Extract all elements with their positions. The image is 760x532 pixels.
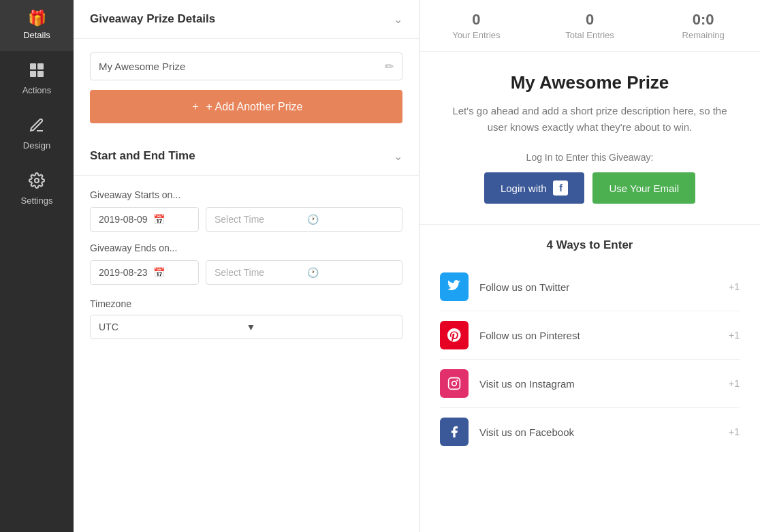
prize-name-input[interactable] xyxy=(99,61,385,72)
pinterest-icon xyxy=(440,321,469,349)
twitter-entry-points: +1 xyxy=(729,281,740,292)
start-date-input[interactable]: 2019-08-09 📅 xyxy=(90,207,199,232)
settings-icon xyxy=(29,172,45,191)
pinterest-entry-points: +1 xyxy=(729,330,740,341)
prize-input-row: ✏ xyxy=(90,52,402,80)
sidebar-item-label: Design xyxy=(23,140,50,151)
svg-rect-0 xyxy=(30,63,36,69)
timezone-chevron-icon: ▼ xyxy=(247,322,394,332)
start-label: Giveaway Starts on... xyxy=(90,189,402,200)
entry-item-facebook[interactable]: Visit us on Facebook +1 xyxy=(440,408,740,456)
your-entries-value: 0 xyxy=(419,11,533,29)
add-prize-label: + Add Another Prize xyxy=(206,101,303,113)
plus-icon: ＋ xyxy=(190,99,201,114)
stat-remaining: 0:0 Remaining xyxy=(646,11,760,40)
facebook-icon: f xyxy=(553,181,568,195)
calendar-icon-end[interactable]: 📅 xyxy=(153,267,165,278)
svg-rect-1 xyxy=(37,63,44,69)
edit-icon[interactable]: ✏ xyxy=(385,60,394,73)
email-login-button[interactable]: Use Your Email xyxy=(592,172,695,204)
svg-rect-3 xyxy=(37,71,44,77)
entry-item-pinterest[interactable]: Follow us on Pinterest +1 xyxy=(440,311,740,360)
email-login-label: Use Your Email xyxy=(609,183,679,194)
add-prize-button[interactable]: ＋ + Add Another Prize xyxy=(90,90,402,123)
sidebar-item-settings[interactable]: Settings xyxy=(0,161,74,217)
svg-point-4 xyxy=(35,178,39,183)
facebook-entry-icon xyxy=(440,418,469,446)
end-date-input[interactable]: 2019-08-23 📅 xyxy=(90,260,199,285)
ways-section: 4 Ways to Enter Follow us on Twitter +1 … xyxy=(419,225,760,469)
end-date-time-row: 2019-08-23 📅 Select Time 🕐 xyxy=(90,260,402,285)
entry-item-twitter[interactable]: Follow us on Twitter +1 xyxy=(440,263,740,311)
facebook-login-label: Login with xyxy=(501,183,547,194)
login-buttons: Login with f Use Your Email xyxy=(447,172,733,204)
stat-your-entries: 0 Your Entries xyxy=(419,11,533,40)
facebook-entry-label: Visit us on Facebook xyxy=(479,426,718,438)
prize-section-header[interactable]: Giveaway Prize Details ⌄ xyxy=(74,0,419,39)
sidebar-item-details[interactable]: 🎁 Details xyxy=(0,0,74,51)
instagram-entry-points: +1 xyxy=(729,378,740,389)
sidebar-item-label: Actions xyxy=(22,85,52,95)
left-panel: Giveaway Prize Details ⌄ ✏ ＋ + Add Anoth… xyxy=(74,0,419,532)
clock-icon: 🕐 xyxy=(307,214,394,225)
stat-total-entries: 0 Total Entries xyxy=(533,11,647,40)
twitter-entry-label: Follow us on Twitter xyxy=(479,281,718,293)
facebook-login-button[interactable]: Login with f xyxy=(484,172,585,204)
right-panel: 0 Your Entries 0 Total Entries 0:0 Remai… xyxy=(419,0,760,532)
svg-rect-2 xyxy=(30,71,36,77)
sidebar-item-design[interactable]: Design xyxy=(0,106,74,161)
sidebar: 🎁 Details Actions Design Settings xyxy=(0,0,74,532)
prize-section-chevron-icon: ⌄ xyxy=(394,13,402,26)
design-icon xyxy=(29,117,45,136)
actions-icon xyxy=(29,62,45,81)
stats-bar: 0 Your Entries 0 Total Entries 0:0 Remai… xyxy=(419,0,760,52)
preview-description: Let's go ahead and add a short prize des… xyxy=(447,103,733,136)
start-date-time-row: 2019-08-09 📅 Select Time 🕐 xyxy=(90,207,402,232)
time-section-chevron-icon: ⌄ xyxy=(394,150,402,163)
remaining-label: Remaining xyxy=(646,30,760,40)
gift-icon: 🎁 xyxy=(28,11,46,26)
svg-point-7 xyxy=(456,379,458,381)
clock-icon-end: 🕐 xyxy=(307,267,394,278)
sidebar-item-label: Details xyxy=(23,30,50,40)
remaining-value: 0:0 xyxy=(646,11,760,29)
time-section-header[interactable]: Start and End Time ⌄ xyxy=(74,137,419,176)
svg-rect-5 xyxy=(449,378,460,390)
total-entries-value: 0 xyxy=(533,11,647,29)
preview-area: My Awesome Prize Let's go ahead and add … xyxy=(419,52,760,225)
start-time-placeholder: Select Time xyxy=(215,214,302,225)
timezone-value: UTC xyxy=(99,322,247,332)
your-entries-label: Your Entries xyxy=(419,30,533,40)
login-prompt: Log In to Enter this Giveaway: xyxy=(447,152,733,163)
timezone-label: Timezone xyxy=(90,298,402,309)
end-time-placeholder: Select Time xyxy=(215,267,302,278)
twitter-icon xyxy=(440,272,469,301)
pinterest-entry-label: Follow us on Pinterest xyxy=(479,330,718,341)
total-entries-label: Total Entries xyxy=(533,30,647,40)
instagram-entry-label: Visit us on Instagram xyxy=(479,378,718,390)
prize-section-body: ✏ ＋ + Add Another Prize xyxy=(74,39,419,137)
entry-item-instagram[interactable]: Visit us on Instagram +1 xyxy=(440,360,740,408)
sidebar-item-actions[interactable]: Actions xyxy=(0,51,74,106)
instagram-icon xyxy=(440,369,469,398)
end-date-value: 2019-08-23 xyxy=(99,267,148,278)
timezone-select[interactable]: UTC ▼ xyxy=(90,315,402,339)
time-section-body: Giveaway Starts on... 2019-08-09 📅 Selec… xyxy=(74,176,419,353)
end-label: Giveaway Ends on... xyxy=(90,242,402,253)
calendar-icon[interactable]: 📅 xyxy=(153,214,165,225)
time-section-title: Start and End Time xyxy=(90,149,195,163)
start-time-input[interactable]: Select Time 🕐 xyxy=(206,207,402,232)
facebook-entry-points: +1 xyxy=(729,426,740,437)
end-time-input[interactable]: Select Time 🕐 xyxy=(206,260,402,285)
prize-section-title: Giveaway Prize Details xyxy=(90,12,215,26)
sidebar-item-label: Settings xyxy=(21,195,53,206)
ways-title: 4 Ways to Enter xyxy=(440,238,740,252)
svg-point-6 xyxy=(452,381,457,386)
start-date-value: 2019-08-09 xyxy=(99,214,148,225)
preview-title: My Awesome Prize xyxy=(447,72,733,93)
